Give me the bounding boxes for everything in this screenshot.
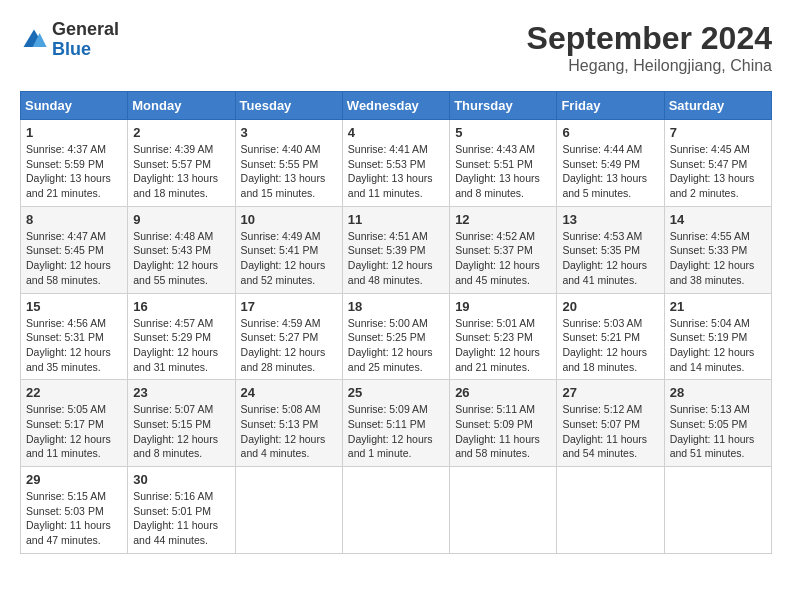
weekday-header-thursday: Thursday bbox=[450, 92, 557, 120]
calendar-table: SundayMondayTuesdayWednesdayThursdayFrid… bbox=[20, 91, 772, 554]
day-info-5: Sunrise: 4:43 AMSunset: 5:51 PMDaylight:… bbox=[455, 142, 551, 201]
weekday-header-wednesday: Wednesday bbox=[342, 92, 449, 120]
day-info-2: Sunrise: 4:39 AMSunset: 5:57 PMDaylight:… bbox=[133, 142, 229, 201]
day-cell-28: 28Sunrise: 5:13 AMSunset: 5:05 PMDayligh… bbox=[664, 380, 771, 467]
day-number-20: 20 bbox=[562, 299, 658, 314]
day-info-24: Sunrise: 5:08 AMSunset: 5:13 PMDaylight:… bbox=[241, 402, 337, 461]
empty-cell-w4-d2 bbox=[235, 467, 342, 554]
week-row-3: 15Sunrise: 4:56 AMSunset: 5:31 PMDayligh… bbox=[21, 293, 772, 380]
day-info-27: Sunrise: 5:12 AMSunset: 5:07 PMDaylight:… bbox=[562, 402, 658, 461]
day-number-6: 6 bbox=[562, 125, 658, 140]
day-cell-29: 29Sunrise: 5:15 AMSunset: 5:03 PMDayligh… bbox=[21, 467, 128, 554]
day-info-19: Sunrise: 5:01 AMSunset: 5:23 PMDaylight:… bbox=[455, 316, 551, 375]
day-cell-21: 21Sunrise: 5:04 AMSunset: 5:19 PMDayligh… bbox=[664, 293, 771, 380]
day-number-28: 28 bbox=[670, 385, 766, 400]
empty-cell-w4-d3 bbox=[342, 467, 449, 554]
day-info-12: Sunrise: 4:52 AMSunset: 5:37 PMDaylight:… bbox=[455, 229, 551, 288]
day-info-23: Sunrise: 5:07 AMSunset: 5:15 PMDaylight:… bbox=[133, 402, 229, 461]
day-cell-1: 1Sunrise: 4:37 AMSunset: 5:59 PMDaylight… bbox=[21, 120, 128, 207]
day-number-22: 22 bbox=[26, 385, 122, 400]
day-cell-15: 15Sunrise: 4:56 AMSunset: 5:31 PMDayligh… bbox=[21, 293, 128, 380]
day-number-29: 29 bbox=[26, 472, 122, 487]
logo-blue-text: Blue bbox=[52, 39, 91, 59]
day-info-14: Sunrise: 4:55 AMSunset: 5:33 PMDaylight:… bbox=[670, 229, 766, 288]
week-row-4: 22Sunrise: 5:05 AMSunset: 5:17 PMDayligh… bbox=[21, 380, 772, 467]
logo-icon bbox=[20, 26, 48, 54]
day-cell-4: 4Sunrise: 4:41 AMSunset: 5:53 PMDaylight… bbox=[342, 120, 449, 207]
day-info-29: Sunrise: 5:15 AMSunset: 5:03 PMDaylight:… bbox=[26, 489, 122, 548]
day-number-16: 16 bbox=[133, 299, 229, 314]
logo-general-text: General bbox=[52, 19, 119, 39]
day-cell-30: 30Sunrise: 5:16 AMSunset: 5:01 PMDayligh… bbox=[128, 467, 235, 554]
day-cell-12: 12Sunrise: 4:52 AMSunset: 5:37 PMDayligh… bbox=[450, 206, 557, 293]
day-number-19: 19 bbox=[455, 299, 551, 314]
day-number-14: 14 bbox=[670, 212, 766, 227]
day-cell-2: 2Sunrise: 4:39 AMSunset: 5:57 PMDaylight… bbox=[128, 120, 235, 207]
day-cell-14: 14Sunrise: 4:55 AMSunset: 5:33 PMDayligh… bbox=[664, 206, 771, 293]
week-row-1: 1Sunrise: 4:37 AMSunset: 5:59 PMDaylight… bbox=[21, 120, 772, 207]
day-info-17: Sunrise: 4:59 AMSunset: 5:27 PMDaylight:… bbox=[241, 316, 337, 375]
day-info-10: Sunrise: 4:49 AMSunset: 5:41 PMDaylight:… bbox=[241, 229, 337, 288]
week-row-5: 29Sunrise: 5:15 AMSunset: 5:03 PMDayligh… bbox=[21, 467, 772, 554]
day-info-6: Sunrise: 4:44 AMSunset: 5:49 PMDaylight:… bbox=[562, 142, 658, 201]
day-info-11: Sunrise: 4:51 AMSunset: 5:39 PMDaylight:… bbox=[348, 229, 444, 288]
day-number-1: 1 bbox=[26, 125, 122, 140]
day-cell-7: 7Sunrise: 4:45 AMSunset: 5:47 PMDaylight… bbox=[664, 120, 771, 207]
day-info-4: Sunrise: 4:41 AMSunset: 5:53 PMDaylight:… bbox=[348, 142, 444, 201]
day-info-7: Sunrise: 4:45 AMSunset: 5:47 PMDaylight:… bbox=[670, 142, 766, 201]
day-info-30: Sunrise: 5:16 AMSunset: 5:01 PMDaylight:… bbox=[133, 489, 229, 548]
day-number-21: 21 bbox=[670, 299, 766, 314]
day-info-15: Sunrise: 4:56 AMSunset: 5:31 PMDaylight:… bbox=[26, 316, 122, 375]
day-info-8: Sunrise: 4:47 AMSunset: 5:45 PMDaylight:… bbox=[26, 229, 122, 288]
calendar-subtitle: Hegang, Heilongjiang, China bbox=[527, 57, 772, 75]
empty-cell-w4-d5 bbox=[557, 467, 664, 554]
day-number-5: 5 bbox=[455, 125, 551, 140]
day-info-16: Sunrise: 4:57 AMSunset: 5:29 PMDaylight:… bbox=[133, 316, 229, 375]
weekday-header-tuesday: Tuesday bbox=[235, 92, 342, 120]
day-number-15: 15 bbox=[26, 299, 122, 314]
day-number-25: 25 bbox=[348, 385, 444, 400]
day-cell-5: 5Sunrise: 4:43 AMSunset: 5:51 PMDaylight… bbox=[450, 120, 557, 207]
day-info-3: Sunrise: 4:40 AMSunset: 5:55 PMDaylight:… bbox=[241, 142, 337, 201]
day-info-20: Sunrise: 5:03 AMSunset: 5:21 PMDaylight:… bbox=[562, 316, 658, 375]
day-info-1: Sunrise: 4:37 AMSunset: 5:59 PMDaylight:… bbox=[26, 142, 122, 201]
day-cell-9: 9Sunrise: 4:48 AMSunset: 5:43 PMDaylight… bbox=[128, 206, 235, 293]
day-info-21: Sunrise: 5:04 AMSunset: 5:19 PMDaylight:… bbox=[670, 316, 766, 375]
day-number-24: 24 bbox=[241, 385, 337, 400]
day-cell-25: 25Sunrise: 5:09 AMSunset: 5:11 PMDayligh… bbox=[342, 380, 449, 467]
day-cell-3: 3Sunrise: 4:40 AMSunset: 5:55 PMDaylight… bbox=[235, 120, 342, 207]
day-cell-24: 24Sunrise: 5:08 AMSunset: 5:13 PMDayligh… bbox=[235, 380, 342, 467]
day-number-4: 4 bbox=[348, 125, 444, 140]
day-number-9: 9 bbox=[133, 212, 229, 227]
day-cell-6: 6Sunrise: 4:44 AMSunset: 5:49 PMDaylight… bbox=[557, 120, 664, 207]
day-number-2: 2 bbox=[133, 125, 229, 140]
day-cell-11: 11Sunrise: 4:51 AMSunset: 5:39 PMDayligh… bbox=[342, 206, 449, 293]
day-number-7: 7 bbox=[670, 125, 766, 140]
day-number-12: 12 bbox=[455, 212, 551, 227]
week-row-2: 8Sunrise: 4:47 AMSunset: 5:45 PMDaylight… bbox=[21, 206, 772, 293]
day-number-23: 23 bbox=[133, 385, 229, 400]
day-number-8: 8 bbox=[26, 212, 122, 227]
day-number-13: 13 bbox=[562, 212, 658, 227]
day-info-26: Sunrise: 5:11 AMSunset: 5:09 PMDaylight:… bbox=[455, 402, 551, 461]
day-cell-20: 20Sunrise: 5:03 AMSunset: 5:21 PMDayligh… bbox=[557, 293, 664, 380]
day-number-18: 18 bbox=[348, 299, 444, 314]
day-info-13: Sunrise: 4:53 AMSunset: 5:35 PMDaylight:… bbox=[562, 229, 658, 288]
day-info-28: Sunrise: 5:13 AMSunset: 5:05 PMDaylight:… bbox=[670, 402, 766, 461]
day-info-25: Sunrise: 5:09 AMSunset: 5:11 PMDaylight:… bbox=[348, 402, 444, 461]
day-number-30: 30 bbox=[133, 472, 229, 487]
weekday-header-sunday: Sunday bbox=[21, 92, 128, 120]
day-cell-27: 27Sunrise: 5:12 AMSunset: 5:07 PMDayligh… bbox=[557, 380, 664, 467]
day-number-27: 27 bbox=[562, 385, 658, 400]
day-cell-23: 23Sunrise: 5:07 AMSunset: 5:15 PMDayligh… bbox=[128, 380, 235, 467]
day-cell-26: 26Sunrise: 5:11 AMSunset: 5:09 PMDayligh… bbox=[450, 380, 557, 467]
logo: General Blue bbox=[20, 20, 119, 60]
day-info-22: Sunrise: 5:05 AMSunset: 5:17 PMDaylight:… bbox=[26, 402, 122, 461]
day-cell-10: 10Sunrise: 4:49 AMSunset: 5:41 PMDayligh… bbox=[235, 206, 342, 293]
day-number-26: 26 bbox=[455, 385, 551, 400]
day-number-10: 10 bbox=[241, 212, 337, 227]
day-cell-8: 8Sunrise: 4:47 AMSunset: 5:45 PMDaylight… bbox=[21, 206, 128, 293]
day-cell-13: 13Sunrise: 4:53 AMSunset: 5:35 PMDayligh… bbox=[557, 206, 664, 293]
header: General Blue September 2024 Hegang, Heil… bbox=[20, 20, 772, 75]
day-cell-17: 17Sunrise: 4:59 AMSunset: 5:27 PMDayligh… bbox=[235, 293, 342, 380]
